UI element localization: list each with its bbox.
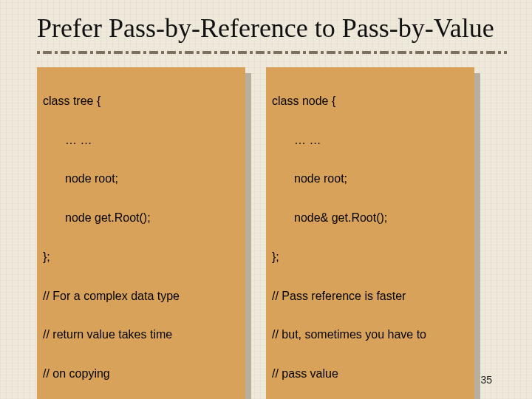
code-line: class tree { — [43, 92, 238, 111]
page-number: 35 — [480, 374, 492, 386]
code-line: // but, sometimes you have to — [272, 325, 467, 344]
code-box: class node { … … node root; node& get.Ro… — [266, 67, 474, 399]
code-block-left: class tree { … … node root; node get.Roo… — [37, 67, 245, 399]
code-line: // Pass reference is faster — [272, 287, 467, 306]
code-line: … … — [43, 131, 238, 150]
slide-title: Prefer Pass-by-Reference to Pass-by-Valu… — [37, 13, 507, 44]
code-line: // For a complex data type — [43, 287, 238, 306]
code-line: class node { — [272, 92, 467, 111]
code-line: // pass value — [272, 364, 467, 383]
code-line: // on copying — [43, 364, 238, 383]
code-line: node root; — [43, 169, 238, 188]
code-line: }; — [272, 248, 467, 267]
title-divider — [37, 51, 507, 54]
columns: class tree { … … node root; node get.Roo… — [37, 67, 507, 399]
code-line: node& get.Root(); — [272, 208, 467, 228]
code-line: node get.Root(); — [43, 208, 238, 228]
code-line: // return value takes time — [43, 325, 238, 344]
code-line: }; — [43, 248, 238, 267]
code-line: node root; — [272, 169, 467, 188]
code-block-right: class node { … … node root; node& get.Ro… — [266, 67, 474, 399]
slide: Prefer Pass-by-Reference to Pass-by-Valu… — [0, 0, 532, 399]
code-line: … … — [272, 131, 467, 150]
code-box: class tree { … … node root; node get.Roo… — [37, 67, 245, 399]
